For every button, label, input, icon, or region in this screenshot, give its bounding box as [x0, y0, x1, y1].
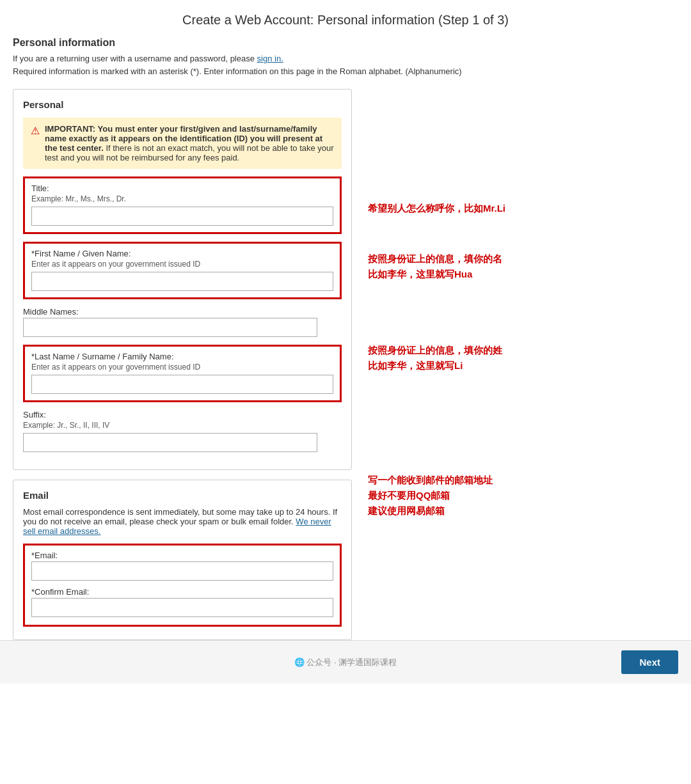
- page-title: Create a Web Account: Personal informati…: [0, 0, 691, 37]
- confirm-email-field-group: *Confirm Email:: [31, 587, 333, 617]
- sign-in-link[interactable]: sign in.: [257, 54, 283, 63]
- last-name-input[interactable]: [31, 375, 333, 394]
- first-name-annotation: 按照身份证上的信息，填你的名比如李华，这里就写Hua: [368, 251, 678, 282]
- last-name-field-group: *Last Name / Surname / Family Name: Ente…: [23, 345, 342, 402]
- email-input[interactable]: [31, 561, 333, 581]
- middle-name-label: Middle Names:: [23, 307, 342, 317]
- title-input[interactable]: [31, 207, 333, 226]
- email-label: *Email:: [31, 551, 333, 560]
- last-name-sublabel: Enter as it appears on your government i…: [31, 363, 333, 372]
- first-name-input[interactable]: [31, 272, 333, 291]
- suffix-input[interactable]: [23, 433, 317, 452]
- first-name-sublabel: Enter as it appears on your government i…: [31, 260, 333, 269]
- email-field-group: *Email:: [31, 551, 333, 581]
- title-annotation: 希望别人怎么称呼你，比如Mr.Li: [368, 201, 678, 216]
- personal-section-title: Personal: [23, 99, 342, 110]
- first-name-label: *First Name / Given Name:: [31, 249, 333, 258]
- first-name-field-group: *First Name / Given Name: Enter as it ap…: [23, 242, 342, 299]
- title-label: Title:: [31, 184, 333, 193]
- email-section: Email Most email correspondence is sent …: [13, 480, 352, 640]
- middle-name-input[interactable]: [23, 318, 317, 337]
- suffix-sublabel: Example: Jr., Sr., II, III, IV: [23, 421, 342, 430]
- suffix-field-group: Suffix: Example: Jr., Sr., II, III, IV: [23, 410, 342, 452]
- personal-section: Personal ⚠ IMPORTANT: You must enter you…: [13, 89, 352, 470]
- returning-user-text: If you are a returning user with a usern…: [13, 54, 678, 63]
- middle-name-field-group: Middle Names:: [23, 307, 342, 337]
- important-notice: ⚠ IMPORTANT: You must enter your first/g…: [23, 118, 342, 169]
- confirm-email-label: *Confirm Email:: [31, 587, 333, 597]
- confirm-email-input[interactable]: [31, 598, 333, 617]
- next-button[interactable]: Next: [621, 650, 678, 674]
- email-annotation: 写一个能收到邮件的邮箱地址 最好不要用QQ邮箱 建议使用网易邮箱: [368, 473, 678, 519]
- title-sublabel: Example: Mr., Ms., Mrs., Dr.: [31, 194, 333, 203]
- email-section-title: Email: [23, 490, 342, 501]
- email-description: Most email correspondence is sent immedi…: [23, 507, 342, 536]
- last-name-label: *Last Name / Surname / Family Name:: [31, 352, 333, 361]
- personal-info-section-label: Personal information: [13, 37, 678, 49]
- last-name-annotation: 按照身份证上的信息，填你的姓比如李华，这里就写Li: [368, 343, 678, 373]
- suffix-label: Suffix:: [23, 410, 342, 419]
- watermark: 🌐 公众号 · 渊学通国际课程: [294, 657, 397, 668]
- warning-icon: ⚠: [31, 125, 40, 137]
- bottom-bar: 🌐 公众号 · 渊学通国际课程 Next: [0, 640, 691, 684]
- required-note: Required information is marked with an a…: [13, 67, 678, 76]
- title-field-group: Title: Example: Mr., Ms., Mrs., Dr.: [23, 176, 342, 234]
